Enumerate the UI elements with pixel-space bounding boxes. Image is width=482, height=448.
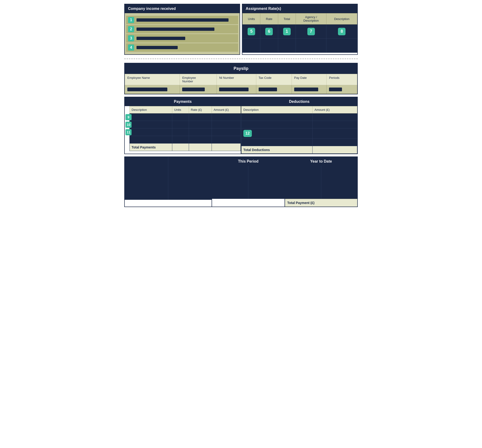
assignment-cell-empty-4: [296, 39, 326, 53]
col-pay-description: Description: [130, 106, 172, 113]
payslip-panel: Payslip Employee Name EmployeeNumber NI …: [124, 63, 358, 94]
ded-amount-1: [313, 113, 357, 121]
payment-row-9: 9: [130, 113, 241, 121]
col-total: Total: [278, 13, 296, 24]
col-units: Units: [243, 13, 260, 24]
this-period-col-2: [248, 166, 284, 199]
income-bar-3: [137, 37, 185, 40]
section-divider: [124, 59, 358, 59]
this-period-col-1: [212, 166, 248, 199]
ded-desc-2: [241, 121, 313, 128]
payment-row-10: 10: [130, 121, 241, 128]
col-pay-date: Pay Date: [292, 74, 326, 85]
ni-number-cell: [217, 85, 256, 94]
income-row-2: 2: [126, 25, 238, 33]
deduction-row-1: [241, 113, 357, 121]
assignment-rates-title: Assignment Rate(s): [242, 4, 357, 13]
year-to-date-title: Year to Date: [285, 157, 357, 166]
bottom-left-inner: [125, 157, 212, 200]
assignment-row-1: 5 6 1 7 8: [243, 24, 357, 39]
col-periods: Periods: [327, 74, 357, 85]
deductions-total-row: Total Deductions: [241, 146, 357, 154]
pay-amount-9: [212, 113, 241, 121]
payslip-employee-table: Employee Name EmployeeNumber NI Number T…: [125, 74, 357, 94]
col-agency-desc: Agency /Description: [296, 13, 326, 24]
ded-desc-empty: [241, 139, 313, 146]
col-ded-amount: Amount (£): [313, 106, 357, 113]
deduction-row-2: [241, 121, 357, 128]
deduction-row-12: 12: [241, 128, 357, 139]
col-employee-number: EmployeeNumber: [180, 74, 217, 85]
pay-ded-section: Payments Description Units Rate (£) Amou…: [124, 97, 358, 154]
ded-amount-2: [313, 121, 357, 128]
pay-amount-empty: [212, 136, 241, 144]
col-employee-name: Employee Name: [125, 74, 180, 85]
ded-amount-12: [313, 128, 357, 139]
income-row-4: 4: [126, 43, 238, 52]
income-bar-2: [137, 28, 214, 31]
payment-row-11: 11: [130, 128, 241, 136]
employee-number-cell: [180, 85, 217, 94]
bottom-section: This Period Year to Date Total Payment (…: [124, 156, 358, 207]
employee-number-bar: [182, 88, 205, 91]
pay-units-10: [172, 121, 189, 128]
payslip-employee-row: [125, 85, 357, 94]
assignment-cell-5: 5: [243, 24, 260, 39]
badge-8: 8: [338, 28, 345, 35]
pay-desc-11: 11: [130, 128, 172, 136]
tax-code-bar: [259, 88, 277, 91]
pay-units-11: [172, 128, 189, 136]
ni-number-bar: [219, 88, 248, 91]
pay-units-empty: [172, 136, 189, 144]
col-pay-units: Units: [172, 106, 189, 113]
assignment-cell-8: 8: [326, 24, 357, 39]
assignment-cell-empty-5: [326, 39, 357, 53]
deductions-total-label: Total Deductions: [241, 146, 313, 154]
year-to-date-col-2: [321, 166, 357, 199]
pay-desc-9: 9: [130, 113, 172, 121]
deduction-row-empty: [241, 139, 357, 146]
ded-desc-1: [241, 113, 313, 121]
ded-desc-12: 12: [241, 128, 313, 139]
pay-date-cell: [292, 85, 326, 94]
this-period-panel: This Period: [212, 157, 285, 207]
bottom-left-panel: [125, 157, 212, 207]
pay-desc-10: 10: [130, 121, 172, 128]
deductions-header-row: Description Amount (£): [241, 106, 357, 113]
bottom-left-header-1: [125, 157, 168, 167]
assignment-cell-empty-2: [260, 39, 278, 53]
pay-amount-11: [212, 128, 241, 136]
payments-header-row: Description Units Rate (£) Amount (£): [130, 106, 241, 113]
periods-cell: [327, 85, 357, 94]
badge-5: 5: [248, 28, 255, 35]
pay-date-bar: [294, 88, 318, 91]
year-to-date-body: [285, 166, 357, 199]
col-ded-description: Description: [241, 106, 313, 113]
tax-code-cell: [256, 85, 292, 94]
total-payment-row: Total Payment (£): [285, 199, 357, 207]
payslip-title: Payslip: [125, 63, 357, 74]
payments-total-row: Total Payments: [130, 144, 241, 151]
payments-container: Description Units Rate (£) Amount (£) 9: [125, 106, 241, 151]
col-tax-code: Tax Code: [256, 74, 292, 85]
payments-total-amount: [212, 144, 241, 151]
income-row-1: 1: [126, 16, 238, 24]
assignment-cell-1: 1: [278, 24, 296, 39]
payment-row-empty: [130, 136, 241, 144]
income-bar-1: [137, 18, 229, 22]
deductions-panel: Deductions Description Amount (£): [241, 97, 357, 154]
this-period-title: This Period: [212, 157, 285, 166]
pay-desc-empty: [130, 136, 172, 144]
employee-name-bar: [127, 88, 167, 91]
assignment-cell-7: 7: [296, 24, 326, 39]
assignment-row-2: [243, 39, 357, 53]
badge-7: 7: [307, 28, 315, 35]
income-badge-1: 1: [128, 17, 134, 23]
col-rate: Rate: [260, 13, 278, 24]
badge-6: 6: [265, 28, 273, 35]
badge-9: 9: [125, 114, 132, 120]
income-badge-3: 3: [128, 35, 134, 41]
company-income-title: Company income received: [125, 4, 240, 13]
employee-name-cell: [125, 85, 180, 94]
total-payment-label: Total Payment (£): [287, 201, 315, 205]
